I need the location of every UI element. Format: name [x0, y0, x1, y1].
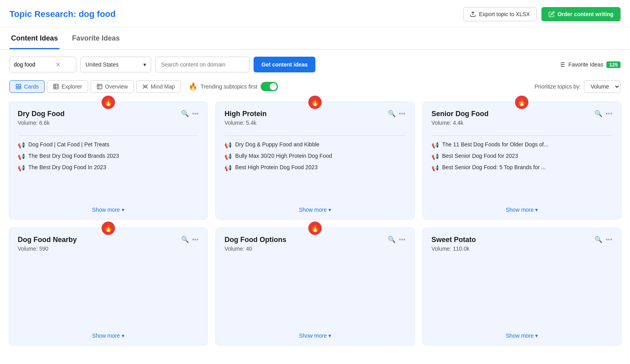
- overview-icon: [96, 83, 103, 90]
- card-search-icon[interactable]: 🔍: [595, 236, 602, 243]
- card-search-icon[interactable]: 🔍: [181, 110, 189, 117]
- trending-label: Trending subtopics first: [200, 83, 257, 90]
- view-mindmap-button[interactable]: Mind Map: [136, 80, 181, 93]
- card-action-icons: 🔍 •••: [181, 110, 199, 117]
- priority-select[interactable]: Volume Trend: [584, 80, 621, 93]
- show-more-link[interactable]: Show more ▾: [299, 333, 331, 339]
- card-dog-food-options: 🔥 Dog Food Options 🔍 ••• Volume: 40 Show…: [215, 227, 414, 346]
- clear-keyword-button[interactable]: ✕: [56, 61, 61, 68]
- card-header: Dog Food Nearby 🔍 •••: [18, 236, 198, 244]
- card-action-icons: 🔍 •••: [181, 236, 199, 243]
- card-senior-dog-food: 🔥 Senior Dog Food 🔍 ••• Volume: 4.4k 📢Th…: [422, 102, 621, 220]
- view-cards-button[interactable]: Cards: [9, 80, 44, 93]
- card-header: Senior Dog Food 🔍 •••: [432, 110, 612, 118]
- domain-search-input[interactable]: [155, 57, 250, 72]
- show-more-link[interactable]: Show more ▾: [92, 207, 124, 213]
- get-ideas-button[interactable]: Get content ideas: [254, 57, 315, 72]
- list-item: 📢Best Senior Dog Food for 2023: [432, 153, 612, 160]
- megaphone-icon: 📢: [18, 164, 25, 172]
- search-controls: ✕ United States ▾ Get content ideas Favo…: [0, 50, 630, 77]
- svg-line-20: [143, 87, 145, 89]
- get-ideas-label: Get content ideas: [261, 61, 308, 68]
- trending-toggle[interactable]: [261, 82, 278, 91]
- card-more-icon[interactable]: •••: [399, 110, 406, 117]
- card-action-icons: 🔍 •••: [388, 236, 406, 243]
- card-high-protein: 🔥 High Protein 🔍 ••• Volume: 5.4k 📢Dry D…: [215, 102, 414, 220]
- list-icon: [558, 61, 565, 68]
- show-more-link[interactable]: Show more ▾: [92, 333, 124, 339]
- tab-favorite-ideas[interactable]: Favorite Ideas: [70, 29, 121, 49]
- show-more-link[interactable]: Show more ▾: [299, 207, 331, 213]
- tab-content-ideas[interactable]: Content Ideas: [9, 29, 59, 49]
- card-header: Sweet Potato 🔍 •••: [432, 236, 612, 244]
- megaphone-icon: 📢: [432, 142, 439, 149]
- card-search-icon[interactable]: 🔍: [388, 110, 396, 117]
- hot-badge-dog-food-options: 🔥: [308, 222, 322, 235]
- svg-line-21: [146, 85, 148, 87]
- header-actions: Export topic to XLSX Order content writi…: [463, 7, 621, 21]
- show-more: Show more ▾: [432, 326, 612, 339]
- toggle-slider: [261, 82, 278, 91]
- card-action-icons: 🔍 •••: [388, 110, 406, 117]
- card-divider: [18, 135, 198, 136]
- country-dropdown[interactable]: United States ▾: [80, 57, 151, 72]
- list-item: 📢Dog Food | Cat Food | Pet Treats: [18, 141, 198, 149]
- megaphone-icon: 📢: [224, 142, 232, 149]
- card-more-icon[interactable]: •••: [192, 110, 199, 117]
- card-more-icon[interactable]: •••: [606, 236, 612, 243]
- chevron-down-icon: ▾: [143, 61, 146, 68]
- svg-rect-10: [19, 87, 21, 89]
- list-item: 📢Best Senior Dog Food: 5 Top Brands for …: [432, 164, 612, 172]
- export-label: Export topic to XLSX: [479, 11, 530, 17]
- card-more-icon[interactable]: •••: [192, 236, 199, 243]
- hot-badge-senior-dog-food: 🔥: [515, 96, 528, 109]
- list-item: 📢Best High Protein Dog Food 2023: [224, 164, 405, 172]
- list-item: 📢The 11 Best Dog Foods for Older Dogs of…: [432, 141, 612, 149]
- card-title: Dog Food Nearby: [18, 236, 181, 244]
- card-volume: Volume: 6.6k: [18, 120, 198, 126]
- title-keyword: dog food: [79, 9, 116, 19]
- overview-label: Overview: [105, 83, 128, 90]
- card-action-icons: 🔍 •••: [595, 236, 612, 243]
- show-more-link[interactable]: Show more ▾: [506, 207, 538, 213]
- svg-rect-9: [16, 87, 18, 89]
- show-more: Show more ▾: [224, 326, 405, 339]
- card-items: 📢Dog Food | Cat Food | Pet Treats 📢The B…: [18, 141, 198, 200]
- card-title: Sweet Potato: [432, 236, 595, 244]
- svg-rect-15: [97, 84, 102, 89]
- card-search-icon[interactable]: 🔍: [388, 236, 396, 243]
- svg-line-22: [146, 87, 148, 89]
- svg-rect-18: [145, 86, 146, 87]
- favorites-button[interactable]: Favorite Ideas 125: [558, 61, 621, 68]
- card-header: High Protein 🔍 •••: [224, 110, 405, 118]
- card-items: 📢The 11 Best Dog Foods for Older Dogs of…: [432, 141, 612, 200]
- megaphone-icon: 📢: [224, 164, 232, 172]
- export-button[interactable]: Export topic to XLSX: [463, 7, 536, 21]
- view-overview-button[interactable]: Overview: [91, 80, 134, 93]
- card-more-icon[interactable]: •••: [399, 236, 406, 243]
- card-volume: Volume: 40: [224, 246, 405, 252]
- keyword-input[interactable]: [14, 61, 53, 68]
- hot-badge-dry-dog-food: 🔥: [102, 96, 115, 109]
- title-prefix: Topic Research:: [9, 9, 79, 19]
- card-search-icon[interactable]: 🔍: [595, 110, 602, 117]
- megaphone-icon: 📢: [18, 142, 25, 149]
- list-item: 📢Dry Dog & Puppy Food and Kibble: [224, 141, 405, 149]
- list-item: 📢Bully Max 30/20 High Protein Dog Food: [224, 153, 405, 160]
- view-explorer-button[interactable]: Explorer: [47, 80, 88, 93]
- order-button[interactable]: Order content writing: [541, 7, 621, 21]
- svg-rect-7: [16, 84, 18, 87]
- card-more-icon[interactable]: •••: [606, 110, 612, 117]
- card-divider: [224, 135, 405, 136]
- show-more-link[interactable]: Show more ▾: [506, 333, 538, 339]
- megaphone-icon: 📢: [432, 153, 439, 160]
- page-header: Topic Research: dog food Export topic to…: [0, 0, 630, 27]
- country-value: United States: [85, 61, 119, 68]
- show-more: Show more ▾: [432, 200, 612, 213]
- edit-icon: [548, 11, 555, 17]
- card-search-icon[interactable]: 🔍: [181, 236, 189, 243]
- megaphone-icon: 📢: [432, 164, 439, 172]
- cards-label: Cards: [24, 83, 39, 90]
- card-volume: Volume: 110.0k: [432, 246, 612, 252]
- card-title: Senior Dog Food: [432, 110, 595, 118]
